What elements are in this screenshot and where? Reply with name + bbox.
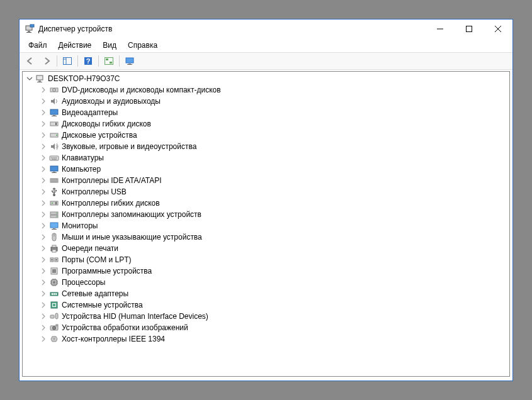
help-button[interactable]: ? xyxy=(81,54,96,68)
chevron-right-icon[interactable] xyxy=(39,165,48,174)
svg-rect-1 xyxy=(28,31,30,32)
category-label: Компьютер xyxy=(62,165,101,174)
tree-category-node[interactable]: Дисководы гибких дисков xyxy=(23,118,509,130)
device-tree-pane[interactable]: DESKTOP-H79O37C DVD-дисководы и дисковод… xyxy=(22,71,510,377)
chevron-right-icon[interactable] xyxy=(39,210,48,219)
svg-rect-20 xyxy=(38,81,41,82)
svg-rect-58 xyxy=(50,223,58,228)
chevron-right-icon[interactable] xyxy=(39,221,48,230)
svg-point-67 xyxy=(52,259,53,260)
floppycontroller-icon xyxy=(49,198,59,208)
tree-category-node[interactable]: Устройства HID (Human Interface Devices) xyxy=(23,311,509,322)
tree-category-node[interactable]: Контроллеры гибких дисков xyxy=(23,197,509,209)
toolbar: ? xyxy=(20,52,512,70)
svg-point-57 xyxy=(56,216,57,217)
chevron-right-icon[interactable] xyxy=(39,176,48,185)
chevron-right-icon[interactable] xyxy=(39,187,48,196)
chevron-right-icon[interactable] xyxy=(39,323,48,332)
menu-file[interactable]: Файл xyxy=(23,40,52,51)
computer-icon xyxy=(49,164,59,174)
show-hide-tree-button[interactable] xyxy=(60,54,75,68)
category-label: Системные устройства xyxy=(62,301,143,309)
tree-category-node[interactable]: Звуковые, игровые и видеоустройства xyxy=(23,141,509,152)
chevron-right-icon[interactable] xyxy=(39,267,48,275)
tree-category-node[interactable]: Порты (COM и LPT) xyxy=(23,254,509,265)
tree-category-node[interactable]: Контроллеры USB xyxy=(23,186,509,197)
category-label: Контроллеры USB xyxy=(62,187,127,196)
toolbar-separator xyxy=(98,55,99,67)
chevron-right-icon[interactable] xyxy=(39,119,48,128)
svg-rect-52 xyxy=(55,202,57,204)
drive-icon xyxy=(49,130,59,140)
tree-category-node[interactable]: YХост-контроллеры IEEE 1394 xyxy=(23,333,509,345)
tree-category-node[interactable]: Дисковые устройства xyxy=(23,130,509,141)
tree-category-node[interactable]: Видеоадаптеры xyxy=(23,107,509,118)
chevron-right-icon[interactable] xyxy=(39,289,48,298)
chevron-right-icon[interactable] xyxy=(39,97,48,106)
category-label: Мыши и иные указывающие устройства xyxy=(62,233,202,242)
chevron-right-icon[interactable] xyxy=(39,142,48,151)
forward-button[interactable] xyxy=(39,54,54,68)
svg-rect-70 xyxy=(52,269,56,273)
chevron-right-icon[interactable] xyxy=(39,131,48,140)
svg-rect-60 xyxy=(52,229,57,230)
svg-rect-38 xyxy=(50,166,58,171)
svg-rect-33 xyxy=(51,157,52,158)
minimize-button[interactable] xyxy=(426,19,455,38)
tree-category-node[interactable]: Устройства обработки изображений xyxy=(23,322,509,333)
tree-category-node[interactable]: DVD-дисководы и дисководы компакт-дисков xyxy=(23,84,509,96)
system-icon xyxy=(49,300,59,310)
menu-help[interactable]: Справка xyxy=(123,40,162,51)
maximize-button[interactable] xyxy=(455,19,484,38)
category-label: Сетевые адаптеры xyxy=(62,289,128,298)
menu-action[interactable]: Действие xyxy=(54,40,97,51)
chevron-right-icon[interactable] xyxy=(39,312,48,321)
tree-category-node[interactable]: Аудиовходы и аудиовыходы xyxy=(23,96,509,107)
svg-rect-50 xyxy=(55,190,57,191)
titlebar: Диспетчер устройств xyxy=(20,19,512,38)
svg-rect-27 xyxy=(52,116,57,116)
tree-category-node[interactable]: Мониторы xyxy=(23,220,509,231)
tree-category-node[interactable]: Программные устройства xyxy=(23,265,509,277)
category-label: Очереди печати xyxy=(62,244,118,253)
chevron-down-icon[interactable] xyxy=(25,74,34,83)
tree-category-node[interactable]: Очереди печати xyxy=(23,243,509,254)
tree-category-node[interactable]: Процессоры xyxy=(23,277,509,288)
tree-category-node[interactable]: Мыши и иные указывающие устройства xyxy=(23,231,509,243)
chevron-right-icon[interactable] xyxy=(39,244,48,253)
chevron-right-icon[interactable] xyxy=(39,278,48,287)
chevron-right-icon[interactable] xyxy=(39,335,48,343)
tree-category-node[interactable]: Компьютер xyxy=(23,164,509,175)
chevron-right-icon[interactable] xyxy=(39,86,48,94)
svg-text:?: ? xyxy=(86,57,91,65)
tree-category-node[interactable]: Клавиатуры xyxy=(23,152,509,164)
chevron-right-icon[interactable] xyxy=(39,153,48,162)
tree-category-node[interactable]: Системные устройства xyxy=(23,299,509,311)
menu-view[interactable]: Вид xyxy=(98,40,122,51)
svg-rect-51 xyxy=(50,201,58,205)
tree-category-node[interactable]: Контроллеры IDE ATA/ATAPI xyxy=(23,175,509,186)
sound-icon xyxy=(49,142,59,152)
category-label: Контроллеры запоминающих устройств xyxy=(62,210,201,219)
storagecontroller-icon xyxy=(49,209,59,219)
close-button[interactable] xyxy=(484,19,512,38)
keyboard-icon xyxy=(49,153,59,163)
chevron-right-icon[interactable] xyxy=(39,255,48,264)
monitor-button[interactable] xyxy=(122,54,137,68)
chevron-right-icon[interactable] xyxy=(39,199,48,208)
chevron-right-icon[interactable] xyxy=(39,233,48,242)
chevron-right-icon[interactable] xyxy=(39,108,48,117)
category-label: DVD-дисководы и дисководы компакт-дисков xyxy=(62,86,221,94)
tree-category-node[interactable]: Сетевые адаптеры xyxy=(23,288,509,299)
category-label: Дисководы гибких дисков xyxy=(62,119,151,128)
category-label: Видеоадаптеры xyxy=(62,108,118,117)
usb-icon xyxy=(49,187,59,197)
chevron-right-icon[interactable] xyxy=(39,301,48,309)
network-icon xyxy=(49,289,59,299)
tree-root-node[interactable]: DESKTOP-H79O37C xyxy=(23,73,509,84)
tree-category-node[interactable]: Контроллеры запоминающих устройств xyxy=(23,209,509,220)
ports-icon xyxy=(49,255,59,265)
scan-hardware-button[interactable] xyxy=(101,54,116,68)
category-label: Мониторы xyxy=(62,221,98,230)
back-button[interactable] xyxy=(23,54,38,68)
